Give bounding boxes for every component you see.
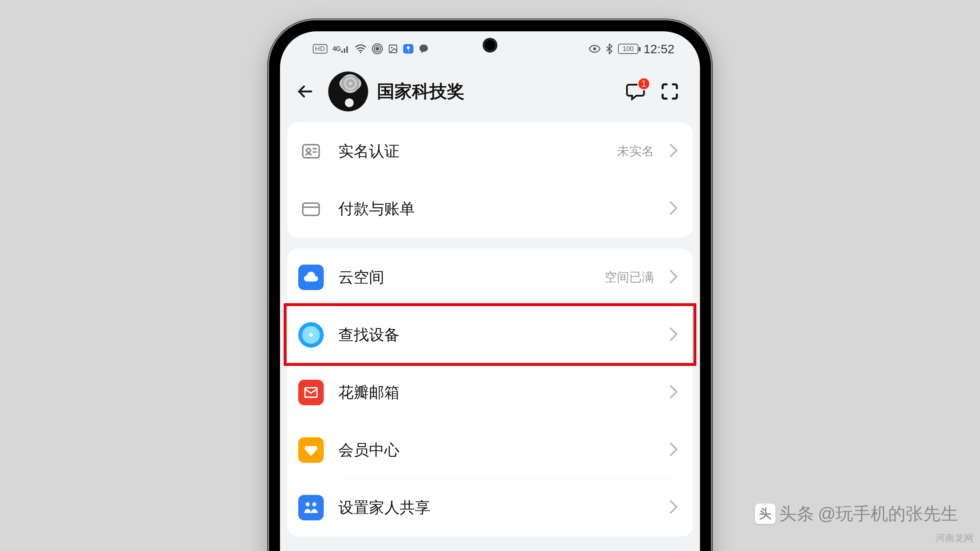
row-payment-bills[interactable]: 付款与账单 bbox=[287, 180, 693, 238]
svg-point-6 bbox=[407, 46, 410, 49]
svg-rect-7 bbox=[408, 49, 409, 52]
watermark-prefix: 头条 bbox=[779, 502, 814, 526]
status-bar-right: 100 12:52 bbox=[589, 42, 675, 56]
network-4g-icon: 4G bbox=[332, 45, 349, 53]
row-member-center[interactable]: 会员中心 bbox=[287, 421, 693, 479]
eye-comfort-icon bbox=[589, 45, 600, 53]
svg-point-8 bbox=[593, 48, 596, 50]
wallet-icon bbox=[298, 196, 324, 222]
row-cloud-space[interactable]: 云空间 空间已满 bbox=[287, 249, 693, 306]
svg-point-14 bbox=[305, 502, 310, 506]
svg-point-12 bbox=[309, 333, 313, 337]
back-button[interactable] bbox=[290, 77, 320, 106]
content: 实名认证 未实名 付款与账单 bbox=[280, 122, 700, 537]
row-family-sharing[interactable]: 设置家人共享 bbox=[287, 479, 693, 537]
services-group: 云空间 空间已满 查找设备 bbox=[287, 249, 693, 537]
watermark-site: 河南龙网 bbox=[935, 532, 974, 545]
row-label: 设置家人共享 bbox=[338, 497, 654, 518]
radar-icon bbox=[298, 322, 324, 348]
diamond-icon bbox=[298, 437, 324, 463]
wifi-icon bbox=[355, 44, 367, 54]
chevron-right-icon bbox=[669, 268, 678, 286]
row-label: 花瓣邮箱 bbox=[338, 382, 654, 403]
message-status-icon bbox=[418, 44, 429, 54]
row-value: 未实名 bbox=[617, 143, 654, 160]
row-realname-auth[interactable]: 实名认证 未实名 bbox=[287, 122, 693, 180]
gallery-status-icon bbox=[388, 44, 398, 54]
chevron-right-icon bbox=[669, 499, 678, 516]
chevron-right-icon bbox=[669, 143, 678, 160]
phone-mockup: HD 4G bbox=[267, 19, 713, 551]
cloud-icon bbox=[298, 265, 324, 290]
assistant-status-icon bbox=[403, 44, 414, 54]
page-title: 国家科技奖 bbox=[377, 80, 614, 103]
toutiao-logo-icon: 头 bbox=[755, 503, 775, 524]
svg-rect-4 bbox=[390, 45, 397, 53]
row-label: 查找设备 bbox=[338, 325, 654, 345]
row-value: 空间已满 bbox=[605, 269, 654, 286]
messages-badge: 1 bbox=[637, 77, 651, 91]
clock: 12:52 bbox=[643, 42, 675, 56]
row-label: 云空间 bbox=[338, 267, 590, 287]
camera-punch-hole bbox=[483, 38, 497, 52]
app-header: 国家科技奖 1 bbox=[280, 60, 700, 122]
row-label: 付款与账单 bbox=[338, 198, 654, 219]
svg-rect-11 bbox=[303, 203, 320, 215]
network-type-label: 4G bbox=[332, 45, 340, 53]
svg-point-10 bbox=[307, 148, 310, 152]
battery-icon: 100 bbox=[618, 44, 638, 54]
screen: HD 4G bbox=[280, 31, 700, 551]
account-group: 实名认证 未实名 付款与账单 bbox=[287, 122, 693, 238]
avatar[interactable] bbox=[328, 71, 368, 111]
id-card-icon bbox=[298, 138, 324, 164]
chevron-right-icon bbox=[669, 200, 678, 218]
watermark-handle: @玩手机的张先生 bbox=[818, 502, 958, 526]
svg-point-15 bbox=[312, 502, 317, 506]
scan-button[interactable] bbox=[657, 79, 682, 104]
mail-icon bbox=[298, 380, 324, 405]
svg-point-5 bbox=[391, 47, 393, 48]
chevron-right-icon bbox=[669, 326, 678, 344]
chevron-right-icon bbox=[669, 384, 678, 401]
chevron-right-icon bbox=[669, 441, 678, 459]
svg-point-0 bbox=[360, 52, 361, 53]
messages-button[interactable]: 1 bbox=[623, 79, 648, 104]
row-label: 会员中心 bbox=[338, 440, 654, 460]
row-label: 实名认证 bbox=[338, 141, 602, 162]
bluetooth-icon bbox=[606, 43, 613, 54]
hd-icon: HD bbox=[313, 44, 328, 54]
svg-point-1 bbox=[376, 48, 379, 50]
hotspot-icon bbox=[372, 43, 383, 54]
watermark-toutiao: 头 头条 @玩手机的张先生 bbox=[755, 502, 958, 526]
family-icon bbox=[298, 495, 324, 520]
phone-bezel: HD 4G bbox=[269, 21, 711, 551]
row-petal-mail[interactable]: 花瓣邮箱 bbox=[287, 364, 693, 421]
row-find-device[interactable]: 查找设备 bbox=[287, 306, 693, 364]
status-bar-left: HD 4G bbox=[313, 43, 429, 54]
